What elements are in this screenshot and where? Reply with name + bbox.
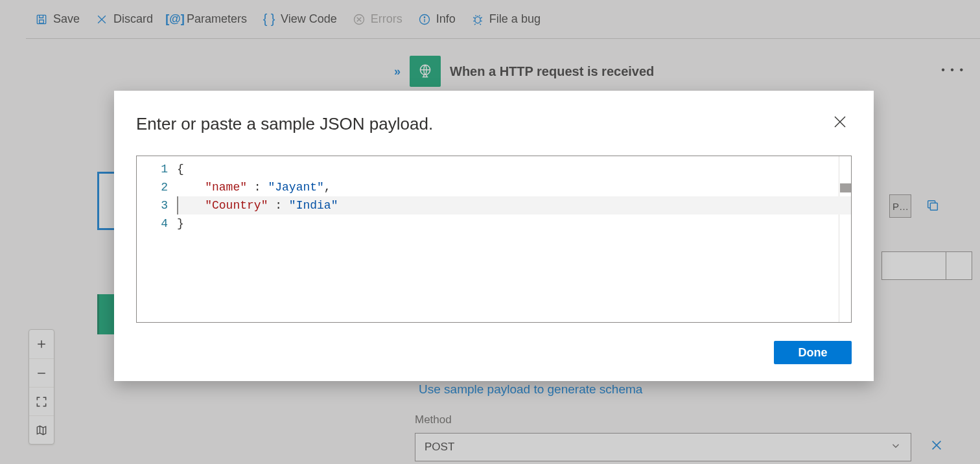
code-token — [177, 199, 205, 212]
code-token: : — [268, 199, 288, 212]
code-token: "Jayant" — [268, 181, 323, 194]
modal-title: Enter or paste a sample JSON payload. — [136, 114, 852, 134]
code-token: , — [324, 181, 331, 194]
code-token — [177, 181, 205, 194]
line-number-gutter: 1 2 3 4 — [137, 156, 177, 237]
code-token: : — [247, 181, 268, 194]
line-number: 2 — [137, 178, 168, 196]
code-content[interactable]: { "name" : "Jayant", "Country" : "India"… — [177, 156, 851, 237]
line-number: 1 — [137, 160, 168, 178]
close-modal-button[interactable] — [832, 114, 850, 132]
line-number: 3 — [137, 196, 168, 215]
code-token: "India" — [289, 199, 338, 212]
line-number: 4 — [137, 215, 168, 233]
done-button[interactable]: Done — [774, 341, 852, 364]
json-editor[interactable]: 1 2 3 4 { "name" : "Jayant", "Country" :… — [136, 156, 852, 323]
code-token: "Country" — [205, 199, 268, 212]
code-token: } — [177, 217, 184, 230]
code-token: { — [177, 163, 184, 176]
sample-payload-modal: Enter or paste a sample JSON payload. 1 … — [114, 91, 874, 381]
code-token: "name" — [205, 181, 247, 194]
